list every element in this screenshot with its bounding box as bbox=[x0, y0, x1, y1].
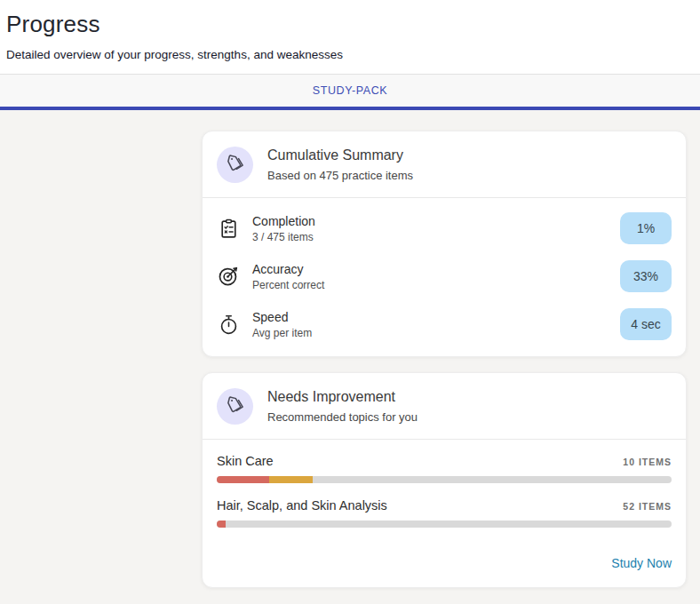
page-header: Progress Detailed overview of your progr… bbox=[0, 0, 700, 74]
target-icon bbox=[217, 265, 240, 288]
progress-page: Progress Detailed overview of your progr… bbox=[0, 0, 700, 604]
speed-text: Speed Avg per item bbox=[252, 310, 312, 339]
needs-avatar bbox=[217, 388, 253, 425]
summary-card-header: Cumulative Summary Based on 475 practice… bbox=[203, 131, 686, 197]
tab-bar: STUDY-PACK bbox=[0, 75, 700, 107]
speed-badge: 4 sec bbox=[620, 308, 672, 340]
topic-hair-scalp-skin-analysis: Hair, Scalp, and Skin Analysis 52 ITEMS bbox=[217, 498, 672, 528]
accuracy-text: Accuracy Percent correct bbox=[252, 262, 324, 291]
topic-items-count: 52 ITEMS bbox=[623, 501, 672, 512]
accuracy-badge: 33% bbox=[620, 260, 672, 292]
tags-icon bbox=[224, 395, 246, 417]
topic-name: Hair, Scalp, and Skin Analysis bbox=[217, 498, 387, 513]
progress-segment-incorrect bbox=[217, 521, 226, 528]
topic-progress-bar bbox=[217, 476, 672, 483]
needs-card-title: Needs Improvement bbox=[267, 389, 418, 405]
completion-sublabel: 3 / 475 items bbox=[252, 231, 315, 243]
needs-card-titles: Needs Improvement Recommended topics for… bbox=[267, 389, 418, 424]
summary-avatar bbox=[217, 147, 253, 183]
topic-progress-bar bbox=[217, 521, 672, 528]
content-area: Cumulative Summary Based on 475 practice… bbox=[0, 110, 700, 604]
tab-study-pack[interactable]: STUDY-PACK bbox=[302, 84, 399, 97]
summary-stat-rows: Completion 3 / 475 items 1% bbox=[203, 198, 686, 356]
page-title: Progress bbox=[6, 11, 700, 38]
card-action-area: Study Now bbox=[203, 543, 686, 587]
accuracy-sublabel: Percent correct bbox=[252, 279, 324, 291]
topic-head: Hair, Scalp, and Skin Analysis 52 ITEMS bbox=[217, 498, 672, 513]
accuracy-row: Accuracy Percent correct 33% bbox=[203, 252, 686, 300]
progress-segment-incorrect bbox=[217, 476, 269, 483]
summary-card-subtitle: Based on 475 practice items bbox=[267, 169, 413, 182]
speed-label: Speed bbox=[252, 310, 312, 324]
topic-items-count: 10 ITEMS bbox=[623, 457, 672, 467]
accuracy-label: Accuracy bbox=[252, 262, 324, 276]
needs-card-subtitle: Recommended topics for you bbox=[267, 410, 418, 424]
needs-card-header: Needs Improvement Recommended topics for… bbox=[203, 373, 686, 439]
stopwatch-icon bbox=[217, 313, 240, 336]
completion-badge: 1% bbox=[620, 212, 672, 244]
topic-head: Skin Care 10 ITEMS bbox=[217, 454, 672, 468]
completion-text: Completion 3 / 475 items bbox=[252, 214, 315, 243]
speed-sublabel: Avg per item bbox=[252, 327, 312, 339]
page-subtitle: Detailed overview of your progress, stre… bbox=[6, 48, 700, 61]
completion-label: Completion bbox=[252, 214, 315, 228]
checklist-icon bbox=[217, 217, 240, 240]
topic-name: Skin Care bbox=[217, 454, 274, 468]
topic-skin-care: Skin Care 10 ITEMS bbox=[217, 454, 672, 483]
needs-improvement-card: Needs Improvement Recommended topics for… bbox=[202, 372, 687, 588]
tags-icon bbox=[224, 154, 246, 176]
summary-card-title: Cumulative Summary bbox=[267, 147, 413, 163]
topics-list: Skin Care 10 ITEMS Hair, Scalp, and Skin… bbox=[203, 440, 686, 528]
progress-segment-partial bbox=[269, 476, 313, 483]
completion-row: Completion 3 / 475 items 1% bbox=[203, 204, 686, 252]
study-now-link[interactable]: Study Now bbox=[611, 556, 672, 570]
speed-row: Speed Avg per item 4 sec bbox=[203, 300, 686, 348]
cumulative-summary-card: Cumulative Summary Based on 475 practice… bbox=[202, 131, 687, 357]
summary-card-titles: Cumulative Summary Based on 475 practice… bbox=[267, 147, 413, 182]
card-column: Cumulative Summary Based on 475 practice… bbox=[202, 131, 687, 588]
